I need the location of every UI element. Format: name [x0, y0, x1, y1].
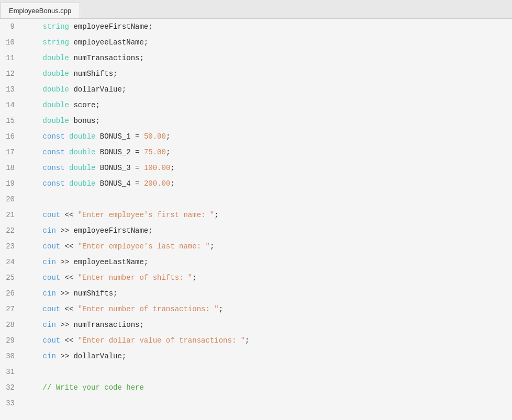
- code-content: cout << "Enter employee's first name: ";: [21, 207, 512, 223]
- line-number: 31: [0, 364, 21, 380]
- line-number: 11: [0, 50, 21, 66]
- table-row: 24 cin >> employeeLastName;: [0, 254, 512, 270]
- line-number: 28: [0, 317, 21, 333]
- table-row: 11 double numTransactions;: [0, 50, 512, 66]
- code-table: 9 string employeeFirstName;10 string emp…: [0, 19, 512, 411]
- table-row: 20: [0, 191, 512, 207]
- table-row: 13 double dollarValue;: [0, 82, 512, 97]
- line-number: 18: [0, 160, 21, 176]
- code-content: [21, 395, 512, 411]
- code-content: string employeeLastName;: [21, 35, 512, 50]
- table-row: 16 const double BONUS_1 = 50.00;: [0, 129, 512, 144]
- code-content: string employeeFirstName;: [21, 19, 512, 35]
- table-row: 33: [0, 395, 512, 411]
- code-content: cout << "Enter dollar value of transacti…: [21, 333, 512, 348]
- code-content: double bonus;: [21, 113, 512, 129]
- table-row: 19 const double BONUS_4 = 200.00;: [0, 176, 512, 191]
- line-number: 15: [0, 113, 21, 129]
- line-number: 19: [0, 176, 21, 191]
- line-number: 16: [0, 129, 21, 144]
- code-content: const double BONUS_4 = 200.00;: [21, 176, 512, 191]
- table-row: 23 cout << "Enter employee's last name: …: [0, 239, 512, 254]
- line-number: 29: [0, 333, 21, 348]
- code-content: const double BONUS_1 = 50.00;: [21, 129, 512, 144]
- code-content: double dollarValue;: [21, 82, 512, 97]
- tab-bar: EmployeeBonus.cpp: [0, 0, 512, 19]
- code-content: cin >> numTransactions;: [21, 317, 512, 333]
- code-content: cin >> dollarValue;: [21, 348, 512, 364]
- table-row: 12 double numShifts;: [0, 66, 512, 82]
- code-content: cin >> employeeFirstName;: [21, 223, 512, 239]
- line-number: 21: [0, 207, 21, 223]
- line-number: 33: [0, 395, 21, 411]
- code-content: double numShifts;: [21, 66, 512, 82]
- code-area[interactable]: 9 string employeeFirstName;10 string emp…: [0, 19, 512, 420]
- code-content: cout << "Enter number of transactions: "…: [21, 301, 512, 317]
- line-number: 12: [0, 66, 21, 82]
- table-row: 17 const double BONUS_2 = 75.00;: [0, 144, 512, 160]
- table-row: 9 string employeeFirstName;: [0, 19, 512, 35]
- code-content: const double BONUS_2 = 75.00;: [21, 144, 512, 160]
- code-content: double numTransactions;: [21, 50, 512, 66]
- line-number: 27: [0, 301, 21, 317]
- code-content: cout << "Enter number of shifts: ";: [21, 270, 512, 286]
- code-content: [21, 364, 512, 380]
- line-number: 17: [0, 144, 21, 160]
- table-row: 10 string employeeLastName;: [0, 35, 512, 50]
- table-row: 26 cin >> numShifts;: [0, 286, 512, 301]
- code-content: cin >> employeeLastName;: [21, 254, 512, 270]
- file-tab[interactable]: EmployeeBonus.cpp: [0, 3, 80, 18]
- table-row: 31: [0, 364, 512, 380]
- line-number: 9: [0, 19, 21, 35]
- table-row: 14 double score;: [0, 97, 512, 113]
- table-row: 21 cout << "Enter employee's first name:…: [0, 207, 512, 223]
- code-content: const double BONUS_3 = 100.00;: [21, 160, 512, 176]
- line-number: 26: [0, 286, 21, 301]
- editor-container: EmployeeBonus.cpp 9 string employeeFirst…: [0, 0, 512, 420]
- line-number: 32: [0, 380, 21, 395]
- line-number: 23: [0, 239, 21, 254]
- line-number: 20: [0, 191, 21, 207]
- line-number: 30: [0, 348, 21, 364]
- table-row: 25 cout << "Enter number of shifts: ";: [0, 270, 512, 286]
- code-content: cin >> numShifts;: [21, 286, 512, 301]
- table-row: 32 // Write your code here: [0, 380, 512, 395]
- line-number: 24: [0, 254, 21, 270]
- code-content: // Write your code here: [21, 380, 512, 395]
- code-content: double score;: [21, 97, 512, 113]
- code-content: cout << "Enter employee's last name: ";: [21, 239, 512, 254]
- table-row: 28 cin >> numTransactions;: [0, 317, 512, 333]
- code-content: [21, 191, 512, 207]
- line-number: 13: [0, 82, 21, 97]
- table-row: 30 cin >> dollarValue;: [0, 348, 512, 364]
- table-row: 18 const double BONUS_3 = 100.00;: [0, 160, 512, 176]
- table-row: 27 cout << "Enter number of transactions…: [0, 301, 512, 317]
- line-number: 22: [0, 223, 21, 239]
- line-number: 25: [0, 270, 21, 286]
- line-number: 14: [0, 97, 21, 113]
- table-row: 15 double bonus;: [0, 113, 512, 129]
- line-number: 10: [0, 35, 21, 50]
- table-row: 22 cin >> employeeFirstName;: [0, 223, 512, 239]
- table-row: 29 cout << "Enter dollar value of transa…: [0, 333, 512, 348]
